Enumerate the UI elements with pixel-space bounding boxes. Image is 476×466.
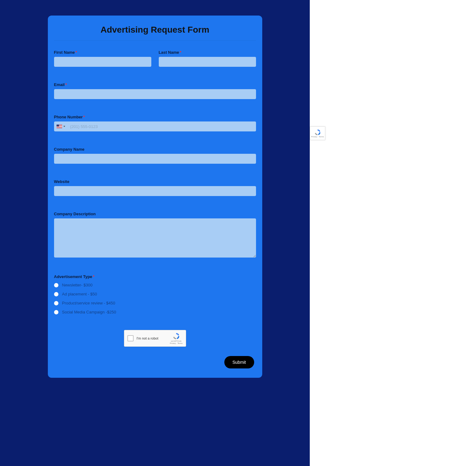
form-title: Advertising Request Form (54, 22, 256, 41)
advertisement-type-group: Advertisement Type* Newsletter- $300 Ad … (54, 274, 256, 314)
recaptcha-branding: reCAPTCHA Privacy · Terms (170, 332, 183, 344)
recaptcha-icon (172, 332, 180, 340)
email-field: Email* (54, 82, 256, 99)
email-label: Email* (54, 82, 256, 87)
email-label-text: Email (54, 82, 65, 87)
ad-type-option-label: Ad placement - $50 (62, 292, 97, 296)
ad-type-option-social-media[interactable]: Social Media Campaign -$250 (54, 310, 256, 314)
company-name-field: Company Name (54, 147, 256, 164)
submit-button[interactable]: Submit (224, 356, 254, 368)
required-mark: * (65, 82, 67, 87)
phone-input[interactable] (68, 121, 256, 131)
email-input[interactable] (54, 89, 256, 99)
recaptcha-brand-text: reCAPTCHA (171, 340, 181, 342)
advertisement-type-label-text: Advertisement Type (54, 274, 92, 279)
recaptcha-side-badge[interactable]: Privacy · Terms (310, 126, 325, 140)
first-name-label: First Name* (54, 50, 151, 55)
phone-input-wrap (54, 121, 256, 131)
required-mark: * (83, 115, 85, 119)
ad-type-option-label: Product/service review - $450 (62, 301, 115, 305)
phone-field: Phone Number* (54, 115, 256, 131)
phone-label-text: Phone Number (54, 115, 83, 119)
company-name-label: Company Name (54, 147, 256, 152)
recaptcha-widget: I'm not a robot reCAPTCHA Privacy · Term… (124, 330, 186, 347)
radio-icon (54, 301, 58, 305)
company-description-field: Company Description (54, 212, 256, 259)
last-name-label: Last Name* (159, 50, 256, 55)
radio-icon (54, 283, 58, 287)
required-mark: * (76, 50, 77, 55)
ad-type-option-label: Social Media Campaign -$250 (62, 310, 116, 314)
advertising-request-form: Advertising Request Form First Name* Las… (48, 16, 262, 378)
required-mark: * (180, 50, 181, 55)
first-name-label-text: First Name (54, 50, 75, 55)
phone-label: Phone Number* (54, 115, 256, 119)
ad-type-option-review[interactable]: Product/service review - $450 (54, 301, 256, 305)
recaptcha-text: I'm not a robot (137, 336, 167, 340)
recaptcha-links: Privacy · Terms (170, 342, 183, 345)
recaptcha-checkbox[interactable] (127, 335, 134, 341)
company-name-input[interactable] (54, 154, 256, 164)
last-name-label-text: Last Name (159, 50, 179, 55)
website-field: Website (54, 179, 256, 196)
first-name-field: First Name* (54, 50, 151, 67)
company-description-label: Company Description (54, 212, 256, 216)
required-mark: * (93, 274, 94, 279)
website-input[interactable] (54, 186, 256, 196)
captcha-container: I'm not a robot reCAPTCHA Privacy · Term… (54, 330, 256, 347)
us-flag-icon (57, 125, 62, 128)
last-name-input[interactable] (159, 57, 256, 67)
advertisement-type-label: Advertisement Type* (54, 274, 256, 279)
company-description-input[interactable] (54, 218, 256, 258)
radio-icon (54, 310, 58, 314)
country-code-picker[interactable] (54, 121, 68, 131)
chevron-down-icon (63, 126, 65, 127)
ad-type-option-newsletter[interactable]: Newsletter- $300 (54, 283, 256, 287)
last-name-field: Last Name* (159, 50, 256, 67)
side-badge-links: Privacy · Terms (311, 136, 324, 138)
website-label: Website (54, 179, 256, 184)
ad-type-option-label: Newsletter- $300 (62, 283, 93, 287)
ad-type-option-ad-placement[interactable]: Ad placement - $50 (54, 292, 256, 296)
recaptcha-icon (314, 129, 322, 136)
first-name-input[interactable] (54, 57, 151, 67)
radio-icon (54, 292, 58, 296)
